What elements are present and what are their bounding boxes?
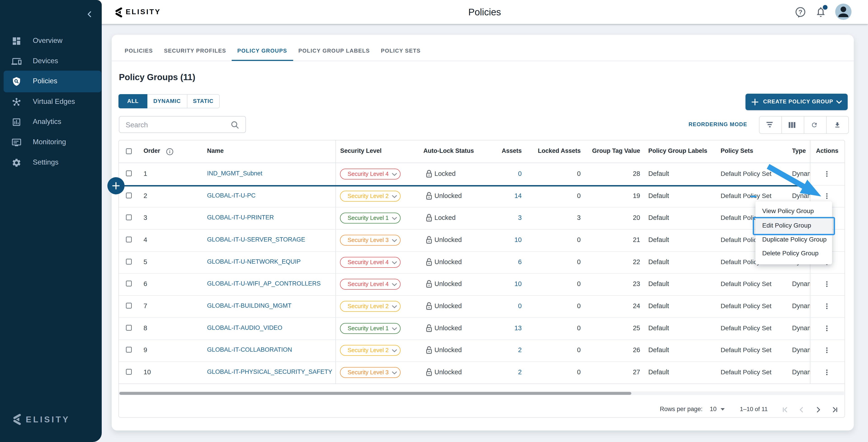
svg-text:?: ?: [798, 8, 802, 15]
